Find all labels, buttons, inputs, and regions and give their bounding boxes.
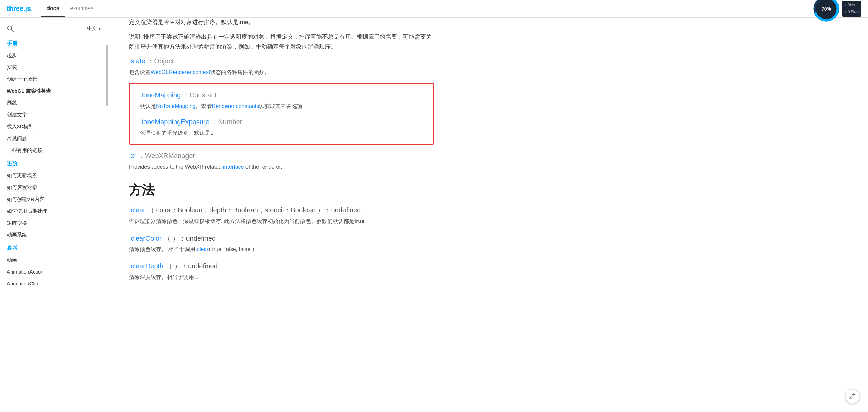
section-header-manual: 手册	[0, 36, 108, 49]
sidebar-item-update-scene[interactable]: 如何更新场景	[0, 169, 108, 181]
prop-xr-type: ：WebXRManager	[138, 152, 195, 160]
tab-examples[interactable]: examples	[65, 1, 99, 17]
prop-state-desc: 包含设置WebGLRenderer.context状态的各种属性的函数。	[129, 68, 434, 77]
main-layout: 中文 ▼ 手册 起步 安装 创建一个场景 WebGL 兼容性检查 画线 创建文字…	[0, 18, 868, 412]
method-clear-link[interactable]: .clear	[129, 206, 145, 214]
method-clear-color: .clearColor （ ）：undefined 清除颜色缓存。 相当于调用.…	[129, 234, 434, 254]
method-clear-depth-title: .clearDepth （ ）：undefined	[129, 262, 434, 271]
prop-tonemapping-exposure-type: ：Number	[211, 118, 242, 126]
sidebar-item-animation-system[interactable]: 动画系统	[0, 229, 108, 241]
method-clear-color-params: （ ）：undefined	[164, 235, 216, 242]
lang-dropdown-arrow: ▼	[98, 27, 101, 31]
method-clear-title: .clear （ color：Boolean，depth：Boolean，ste…	[129, 206, 434, 215]
sidebar: 中文 ▼ 手册 起步 安装 创建一个场景 WebGL 兼容性检查 画线 创建文字…	[0, 18, 108, 412]
sidebar-item-create-text[interactable]: 创建文字	[0, 109, 108, 120]
sidebar-item-useful-links[interactable]: 一些有用的链接	[0, 144, 108, 156]
search-icon	[7, 25, 14, 32]
methods-heading: 方法	[129, 182, 434, 199]
sidebar-item-webgl-compat[interactable]: WebGL 兼容性检查	[0, 85, 108, 97]
prop-tonemapping-type: ：Constant	[183, 91, 217, 99]
prop-tonemapping-exposure-desc: 色调映射的曝光级别。默认是1	[140, 129, 423, 137]
method-clear-depth-link[interactable]: .clearDepth	[129, 262, 163, 270]
method-clear-depth-params: （ ）：undefined	[165, 262, 217, 270]
highlight-box: .toneMapping ：Constant 默认是NoToneMapping。…	[129, 83, 434, 145]
tab-docs[interactable]: docs	[41, 1, 64, 17]
sidebar-item-qibu[interactable]: 起步	[0, 49, 108, 61]
section-header-advanced: 进阶	[0, 156, 108, 169]
prop-xr-title: .xr ：WebXRManager	[129, 151, 434, 161]
sidebar-item-animation-clip[interactable]: AnimationClip	[0, 278, 108, 289]
search-button[interactable]	[7, 25, 14, 32]
prop-tonemapping-link[interactable]: .toneMapping	[140, 91, 181, 99]
sidebar-item-animation-action[interactable]: AnimationAction	[0, 266, 108, 278]
prop-tonemapping-title: .toneMapping ：Constant	[140, 91, 423, 100]
method-clear: .clear （ color：Boolean，depth：Boolean，ste…	[129, 206, 434, 226]
content-area: 定义渲染器是否应对对象进行排序。默认是true。 说明: 排序用于尝试正确渲染出…	[108, 18, 868, 412]
no-tone-mapping-link[interactable]: NoToneMapping	[156, 103, 196, 109]
perf-widget: 👑 70%	[813, 0, 839, 22]
intro-text-2: 说明: 排序用于尝试正确渲染出具有一定透明度的对象。根据定义，排序可能不总是有用…	[129, 32, 434, 52]
lang-label: 中文	[87, 25, 97, 32]
sidebar-item-matrix[interactable]: 矩阵变换	[0, 217, 108, 229]
edit-icon	[849, 393, 856, 400]
prop-tonemapping-exposure-link[interactable]: .toneMappingExposure	[140, 118, 210, 126]
prop-tonemapping-desc: 默认是NoToneMapping。查看Renderer constants以获取…	[140, 102, 423, 111]
sidebar-item-animation[interactable]: 动画	[0, 254, 108, 266]
crown-icon: 👑	[823, 0, 830, 1]
sidebar-item-vr[interactable]: 如何创建VR内容	[0, 193, 108, 205]
method-clear-desc: 告诉渲染器清除颜色、深度或模板缓存. 此方法将颜色缓存初始化为当前颜色。参数们默…	[129, 217, 434, 226]
prop-tonemapping-exposure: .toneMappingExposure ：Number 色调映射的曝光级别。默…	[140, 117, 423, 137]
method-clear-bold: true	[354, 218, 364, 224]
method-clear-color-link[interactable]: .clearColor	[129, 235, 162, 242]
search-row: 中文 ▼	[0, 23, 108, 36]
svg-line-7	[853, 394, 854, 395]
perf-circle-svg: 70%	[813, 0, 839, 22]
prop-tonemapping-exposure-title: .toneMappingExposure ：Number	[140, 117, 423, 127]
prop-state: .state ：Object 包含设置WebGLRenderer.context…	[129, 57, 434, 77]
svg-line-6	[11, 30, 13, 32]
sidebar-item-faq[interactable]: 常见问题	[0, 132, 108, 144]
edit-fab[interactable]	[845, 389, 860, 404]
prop-xr-desc: Provides access to the WebXR related int…	[129, 163, 434, 171]
method-clear-color-desc: 清除颜色缓存。 相当于调用.clear( true, false, false …	[129, 245, 434, 254]
prop-xr-link[interactable]: .xr	[129, 152, 136, 160]
intro-text-1: 定义渲染器是否应对对象进行排序。默认是true。	[129, 18, 434, 27]
perf-download: ↓ 0k/s	[845, 2, 859, 8]
prop-state-type: ：Object	[147, 57, 174, 65]
sidebar-item-anzhuang[interactable]: 安装	[0, 61, 108, 73]
section-header-reference: 参考	[0, 241, 108, 254]
perf-stats: ↓ 0k/s ↑ 0.5k/s	[842, 1, 861, 16]
webxr-interface-link[interactable]: interface	[223, 164, 244, 170]
method-clear-params: （ color：Boolean，depth：Boolean，stencil：Bo…	[147, 206, 361, 214]
sidebar-item-load-model[interactable]: 载入3D模型	[0, 120, 108, 132]
sidebar-scrollbar-thumb[interactable]	[106, 45, 108, 106]
perf-upload: ↑ 0.5k/s	[845, 9, 859, 15]
clear-method-link[interactable]: clear	[197, 246, 209, 252]
svg-text:70%: 70%	[822, 6, 831, 12]
renderer-constants-link[interactable]: Renderer constants	[212, 103, 259, 109]
sidebar-item-drawline[interactable]: 画线	[0, 97, 108, 109]
webgl-context-link[interactable]: WebGLRenderer.context	[151, 69, 210, 75]
lang-selector[interactable]: 中文 ▼	[87, 25, 101, 32]
method-clear-depth: .clearDepth （ ）：undefined 清除深度缓存。相当于调用..…	[129, 262, 434, 282]
prop-xr: .xr ：WebXRManager Provides access to the…	[129, 151, 434, 171]
content-section: 定义渲染器是否应对对象进行排序。默认是true。 说明: 排序用于尝试正确渲染出…	[129, 18, 434, 282]
method-clear-depth-desc: 清除深度缓存。相当于调用...	[129, 273, 434, 282]
sidebar-item-postprocessing[interactable]: 如何使用后期处理	[0, 205, 108, 217]
prop-tonemapping: .toneMapping ：Constant 默认是NoToneMapping。…	[140, 91, 423, 111]
prop-state-title: .state ：Object	[129, 57, 434, 66]
sidebar-item-create-scene[interactable]: 创建一个场景	[0, 73, 108, 85]
method-clear-color-title: .clearColor （ ）：undefined	[129, 234, 434, 243]
sidebar-item-dispose[interactable]: 如何废置对象	[0, 181, 108, 193]
top-nav: three.js docs examples 👑 70% ↓ 0k/s ↑ 0.…	[0, 0, 868, 18]
prop-state-link[interactable]: .state	[129, 57, 145, 65]
brand-logo[interactable]: three.js	[7, 5, 31, 13]
